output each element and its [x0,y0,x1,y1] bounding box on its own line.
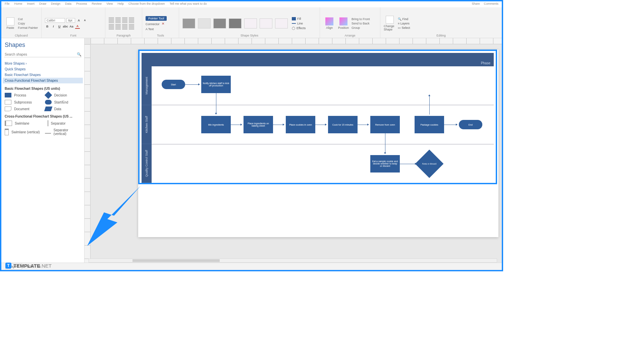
shape-separator[interactable]: Separator [45,120,81,126]
drawing-canvas[interactable]: Phase Management Kitchen Staff Quality C… [85,38,502,263]
align-center-button[interactable] [115,17,121,23]
cross-functional-link[interactable]: Cross-Functional Flowchart Shapes [3,78,83,83]
shape-swimlane[interactable]: Swimlane [5,120,41,126]
delete-icon[interactable]: ✕ [162,22,166,26]
category-header: Basic Flowchart Shapes (US units) [3,83,83,92]
shape-subprocess[interactable]: Subprocess [5,100,41,105]
layers-button[interactable]: ≡ Layers [398,22,410,25]
rotate-button[interactable] [129,24,134,29]
shape-decision[interactable]: Decision [45,92,81,98]
shape-start-end[interactable]: Start/End [45,100,81,105]
page[interactable] [138,50,498,237]
format-painter-button[interactable]: Format Painter [18,26,38,29]
italic-button[interactable]: I [51,24,56,29]
fill-dropdown[interactable]: Fill [292,17,306,20]
quick-shapes-link[interactable]: Quick Shapes [3,66,83,72]
horizontal-scrollbar[interactable] [89,259,497,263]
align-top-button[interactable] [109,24,114,29]
basic-flowchart-link[interactable]: Basic Flowchart Shapes [3,72,83,78]
shape-separator-v[interactable]: Separator (vertical) [45,128,81,136]
watermark: T TEMPLATE.NET [5,263,52,269]
increase-font-button[interactable]: A [76,18,81,23]
category-header: Cross-Functional Flowchart Shapes (US ..… [3,111,83,120]
pointer-tool-button[interactable]: Pointer Tool [146,16,167,21]
connector-tool-button[interactable]: Connector [146,22,160,26]
align-button[interactable]: Align [323,16,335,31]
align-bottom-button[interactable] [122,24,127,29]
find-button[interactable]: 🔍 Find [398,17,410,21]
more-shapes-link[interactable]: More Shapes › [3,61,83,66]
align-middle-button[interactable] [115,24,121,29]
search-icon: 🔍 [77,52,82,57]
ribbon: Paste Cut Copy Format Painter Clipboard … [1,7,502,38]
shape-document[interactable]: Document [5,107,41,111]
align-right-button[interactable] [122,17,127,23]
menu-tabs: FileHomeInsertDrawDesignDataProcessRevie… [1,1,502,7]
shapes-panel-title: Shapes [3,40,83,52]
bold-button[interactable]: B [45,24,50,29]
change-shape-button[interactable]: Change Shape [384,16,396,31]
shapes-panel: Shapes 🔍 More Shapes › Quick Shapes Basi… [1,38,85,263]
align-left-button[interactable] [109,17,114,23]
font-size-dropdown[interactable]: Aa [69,24,74,29]
underline-button[interactable]: U [57,24,62,29]
position-button[interactable]: Position [337,16,350,31]
decrease-font-button[interactable]: A [83,18,87,23]
select-button[interactable]: ▭ Select [398,26,410,29]
font-name-combo[interactable]: Calibri [45,18,65,23]
text-tool-button[interactable]: A Text [146,27,154,31]
cut-button[interactable]: Cut [18,17,38,21]
shape-data[interactable]: Data [45,107,81,111]
font-size-combo[interactable]: 8pt [66,18,75,23]
status-bar: Page-1 All ▸ ⊕ [1,263,502,270]
copy-button[interactable]: Copy [18,22,38,25]
effects-dropdown[interactable]: ◯Effects [292,26,306,30]
svg-marker-0 [87,186,141,246]
template-logo-icon: T [5,263,11,269]
send-back-button[interactable]: Send to Back [352,22,370,25]
group-button[interactable]: Group [352,26,370,29]
shape-swimlane-v[interactable]: Swimlane (vertical) [5,128,41,136]
align-justify-button[interactable] [129,17,134,23]
group-label: Clipboard [1,34,41,37]
strike-button[interactable]: abc [63,24,68,29]
shape-style-gallery[interactable] [182,18,288,28]
line-dropdown[interactable]: Line [292,22,306,25]
bring-front-button[interactable]: Bring to Front [352,17,370,21]
shape-process[interactable]: Process [5,92,41,98]
paste-button[interactable]: Paste [5,16,16,31]
font-color-button[interactable]: A [75,24,80,29]
search-shapes-input[interactable]: 🔍 [4,52,82,57]
annotation-arrow-icon [87,186,141,246]
horizontal-ruler [91,38,502,44]
